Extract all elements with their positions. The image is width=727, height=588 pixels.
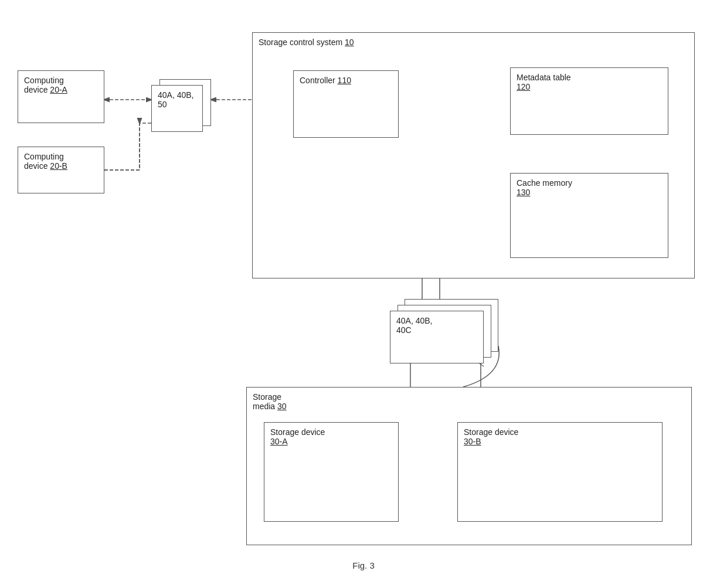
interface-bottom-box: 40A, 40B, 40C <box>390 311 484 363</box>
cache-memory: Cache memory 130 <box>510 173 668 258</box>
computing-device-a: Computing device 20-A <box>18 70 104 123</box>
metadata-table: Metadata table 120 <box>510 67 668 135</box>
diagram: Interface top box (double-headed dashed)… <box>0 0 727 588</box>
computing-device-b: Computing device 20-B <box>18 147 104 193</box>
controller: Controller 110 <box>293 70 399 138</box>
storage-device-b: Storage device 30-B <box>457 422 663 522</box>
figure-caption: Fig. 3 <box>352 560 375 570</box>
interface-top-box: 40A, 40B, 50 <box>151 85 203 132</box>
storage-device-a: Storage device 30-A <box>264 422 399 522</box>
